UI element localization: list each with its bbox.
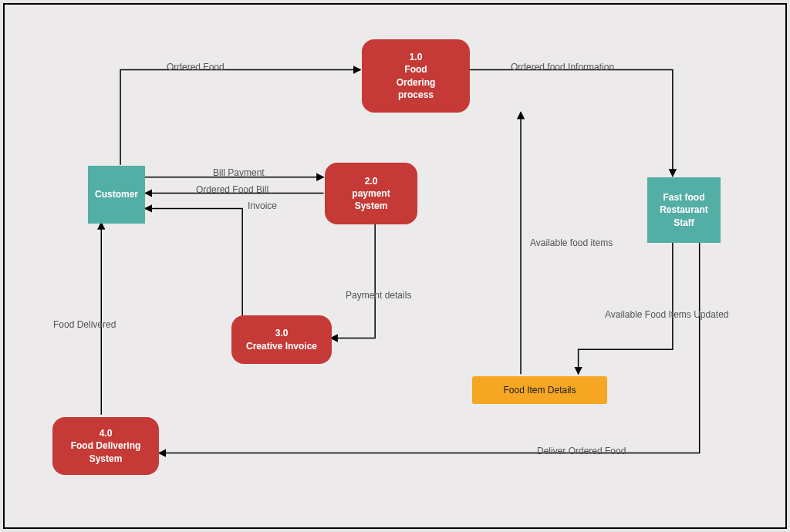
process-1-l2: Ordering: [397, 76, 436, 89]
process-2-l2: System: [355, 200, 388, 212]
diagram-frame: Customer 1.0 Food Ordering process 2.0 p…: [3, 3, 787, 529]
process-1-l3: process: [398, 89, 434, 101]
process-1-l1: Food: [404, 63, 427, 76]
datastore-label: Food Item Details: [503, 384, 576, 396]
entity-customer[interactable]: Customer: [88, 166, 145, 224]
edge-label-ordered-food: Ordered Food: [167, 62, 225, 72]
edge-label-bill-payment: Bill Payment: [213, 167, 265, 178]
entity-customer-label: Customer: [95, 188, 138, 200]
edge-label-available-updated: Available Food Items Updated: [605, 309, 729, 320]
edge-label-ordered-food-bill: Ordered Food Bill: [196, 184, 268, 195]
process-3-creative-invoice[interactable]: 3.0 Creative Invoice: [231, 315, 332, 364]
datastore-food-item-details[interactable]: Food Item Details: [472, 376, 607, 404]
entity-restaurant-staff[interactable]: Fast food Restaurant Staff: [647, 177, 721, 243]
staff-l2: Restaurant: [660, 204, 708, 216]
process-2-id: 2.0: [365, 175, 378, 187]
process-4-id: 4.0: [100, 427, 113, 439]
edge-label-payment-details: Payment details: [346, 290, 411, 301]
process-3-l1: Creative Invoice: [246, 340, 317, 352]
process-1-food-ordering[interactable]: 1.0 Food Ordering process: [362, 39, 470, 113]
edge-label-available-food-items: Available food items: [530, 237, 613, 248]
process-2-l1: payment: [352, 187, 390, 200]
edge-label-ordered-food-info: Ordered food Information: [511, 62, 614, 72]
staff-l3: Staff: [674, 217, 694, 229]
process-4-l1: Food Delivering: [71, 439, 141, 452]
process-1-id: 1.0: [410, 51, 423, 63]
process-3-id: 3.0: [275, 327, 289, 339]
edge-label-invoice: Invoice: [248, 200, 277, 211]
process-2-payment-system[interactable]: 2.0 payment System: [325, 163, 417, 224]
edge-label-deliver-ordered: Deliver Ordered Food: [537, 446, 626, 456]
process-4-l2: System: [89, 453, 123, 465]
edge-label-food-delivered: Food Delivered: [53, 319, 116, 330]
staff-l1: Fast food: [663, 191, 705, 204]
process-4-food-delivering[interactable]: 4.0 Food Delivering System: [52, 417, 159, 475]
